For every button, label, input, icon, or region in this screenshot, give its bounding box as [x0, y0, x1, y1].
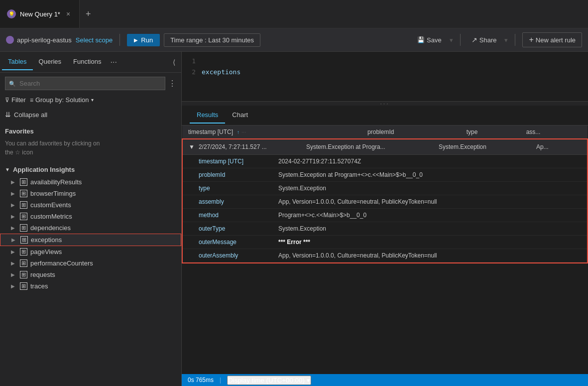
results-area: Results Chart timestamp [UTC] ↑ ··· — [182, 106, 588, 374]
select-scope-button[interactable]: Select scope — [76, 36, 113, 44]
section-arrow: ▼ — [5, 167, 10, 172]
field-assembly: assembly App, Version=1.0.0.0, Culture=n… — [183, 195, 587, 209]
code-editor[interactable]: 1 2 exceptions — [182, 52, 588, 102]
tree-arrow: ▶ — [11, 237, 17, 243]
filter-button[interactable]: ⊽ Filter — [5, 96, 26, 104]
line-content-2: exceptions — [202, 67, 240, 78]
field-outerType: outerType System.Exception — [183, 222, 587, 236]
editor-resize-handle[interactable]: ··· — [182, 102, 588, 106]
tab-bar: New Query 1* × + — [0, 0, 588, 28]
table-row-traces[interactable]: ▶ ⊞ traces — [0, 280, 181, 292]
table-name: customMetrics — [30, 213, 72, 220]
tab-functions[interactable]: Functions — [67, 54, 107, 70]
search-input[interactable] — [5, 77, 165, 90]
tab-queries[interactable]: Queries — [33, 54, 68, 70]
new-tab-button[interactable]: + — [80, 9, 97, 19]
field-method: method Program+<>c.<<Main>$>b__0_0 — [183, 209, 587, 222]
table-row-customEvents[interactable]: ▶ ⊞ customEvents — [0, 199, 181, 211]
col-header-problemId[interactable]: problemId — [361, 126, 461, 139]
table-row-availabilityResults[interactable]: ▶ ⊞ availabilityResults — [0, 176, 181, 188]
main-layout: Tables Queries Functions ··· ⟨ ⋮ ⊽ Filte… — [0, 52, 588, 386]
col-header-timestamp[interactable]: timestamp [UTC] ↑ ··· — [182, 126, 361, 139]
scope-name: appi-serilog-eastus — [17, 36, 72, 44]
results-table: timestamp [UTC] ↑ ··· problemId type ass… — [182, 126, 588, 263]
table-icon: ⊞ — [20, 224, 27, 232]
collapse-sidebar-button[interactable]: ⟨ — [169, 54, 179, 70]
table-icon: ⊞ — [20, 259, 27, 267]
tree-arrow: ▶ — [11, 214, 17, 219]
app-insights-section[interactable]: ▼ Application Insights — [0, 163, 181, 176]
results-tab-bar: Results Chart — [182, 106, 588, 126]
group-by-icon: ≡ — [30, 97, 33, 104]
table-icon: ⊞ — [20, 190, 27, 197]
toolbar: appi-serilog-eastus Select scope Run Tim… — [0, 28, 588, 52]
sidebar: Tables Queries Functions ··· ⟨ ⋮ ⊽ Filte… — [0, 52, 182, 386]
search-wrap — [5, 77, 165, 90]
active-tab[interactable]: New Query 1* × — [0, 0, 80, 28]
col-header-type[interactable]: type — [461, 126, 520, 139]
editor-area: 1 2 exceptions ··· Results Chart — [182, 52, 588, 386]
tree-arrow: ▶ — [11, 249, 17, 255]
table-icon: ⊞ — [20, 236, 28, 244]
table-header-row: timestamp [UTC] ↑ ··· problemId type ass… — [182, 126, 588, 139]
table-icon: ⊞ — [20, 282, 27, 290]
sort-icon: ↑ — [237, 129, 239, 135]
tab-results[interactable]: Results — [190, 107, 225, 124]
table-name: requests — [30, 271, 55, 278]
table-name: exceptions — [31, 236, 62, 244]
table-row-browserTimings[interactable]: ▶ ⊞ browserTimings — [0, 188, 181, 199]
search-options-button[interactable]: ⋮ — [168, 79, 176, 88]
results-table-container[interactable]: timestamp [UTC] ↑ ··· problemId type ass… — [182, 126, 588, 374]
sidebar-tab-bar: Tables Queries Functions ··· ⟨ — [0, 52, 181, 73]
save-button[interactable]: Save — [413, 34, 446, 46]
field-outerMessage: outerMessage *** Error *** — [183, 236, 587, 249]
tab-chart[interactable]: Chart — [225, 107, 255, 124]
tree-arrow: ▶ — [11, 179, 17, 185]
tree-arrow: ▶ — [11, 191, 17, 196]
expanded-table-row[interactable]: ▼ 2/27/2024, 7:27:11.527 ... System.Exce… — [182, 139, 588, 263]
table-row-requests[interactable]: ▶ ⊞ requests — [0, 269, 181, 280]
group-by-button[interactable]: ≡ Group by: Solution ▾ — [30, 96, 94, 104]
table-row-pageViews[interactable]: ▶ ⊞ pageViews — [0, 246, 181, 257]
line-number-1: 1 — [182, 56, 202, 67]
favorites-header: Favorites — [0, 124, 181, 137]
time-range-button[interactable]: Time range : Last 30 minutes — [164, 33, 260, 47]
table-name: traces — [30, 282, 48, 290]
run-button[interactable]: Run — [127, 34, 160, 46]
display-time-button[interactable]: Display time (UTC+00:00) ▾ — [227, 376, 311, 385]
filter-icon: ⊽ — [5, 97, 9, 104]
tab-close-button[interactable]: × — [66, 10, 70, 18]
field-problemId: problemId System.Exception at Program+<>… — [183, 168, 587, 182]
more-tabs-button[interactable]: ··· — [107, 54, 119, 71]
toolbar-divider — [119, 34, 120, 46]
expanded-row-header[interactable]: ▼ 2/27/2024, 7:27:11.527 ... System.Exce… — [183, 139, 587, 155]
table-row-dependencies[interactable]: ▶ ⊞ dependencies — [0, 222, 181, 234]
sidebar-content: Favorites You can add favorites by click… — [0, 122, 181, 386]
query-timing: 0s 765ms — [188, 377, 214, 384]
display-time-chevron: ▾ — [307, 377, 310, 384]
tab-tables[interactable]: Tables — [2, 54, 33, 70]
field-outerAssembly: outerAssembly App, Version=1.0.0.0, Cult… — [183, 249, 587, 262]
status-bar: 0s 765ms | Display time (UTC+00:00) ▾ — [182, 374, 588, 386]
table-icon: ⊞ — [20, 178, 27, 186]
col-header-assembly[interactable]: ass... — [520, 126, 588, 139]
share-button[interactable]: Share — [468, 34, 501, 46]
table-name: dependencies — [30, 224, 71, 232]
new-alert-button[interactable]: New alert rule — [522, 32, 582, 47]
field-type: type System.Exception — [183, 182, 587, 195]
collapse-all-button[interactable]: ⇊ Collapse all — [0, 108, 181, 122]
expanded-cell: ▼ 2/27/2024, 7:27:11.527 ... System.Exce… — [182, 139, 588, 263]
col-options[interactable]: ··· — [241, 129, 246, 135]
tree-arrow: ▶ — [11, 283, 17, 289]
expanded-fields: timestamp [UTC] 2024-02-27T19:27:11.5270… — [183, 155, 587, 262]
table-name: browserTimings — [30, 190, 76, 197]
table-row-customMetrics[interactable]: ▶ ⊞ customMetrics — [0, 211, 181, 222]
table-name: pageViews — [30, 248, 62, 256]
search-container: ⋮ — [0, 73, 181, 94]
table-row-performanceCounters[interactable]: ▶ ⊞ performanceCounters — [0, 257, 181, 269]
scope-icon — [6, 36, 14, 44]
row-problemId: System.Exception at Progra... — [306, 143, 431, 150]
tree-arrow: ▶ — [11, 272, 17, 277]
table-row-exceptions[interactable]: ▶ ⊞ exceptions — [0, 234, 181, 246]
row-timestamp: 2/27/2024, 7:27:11.527 ... — [199, 143, 298, 150]
